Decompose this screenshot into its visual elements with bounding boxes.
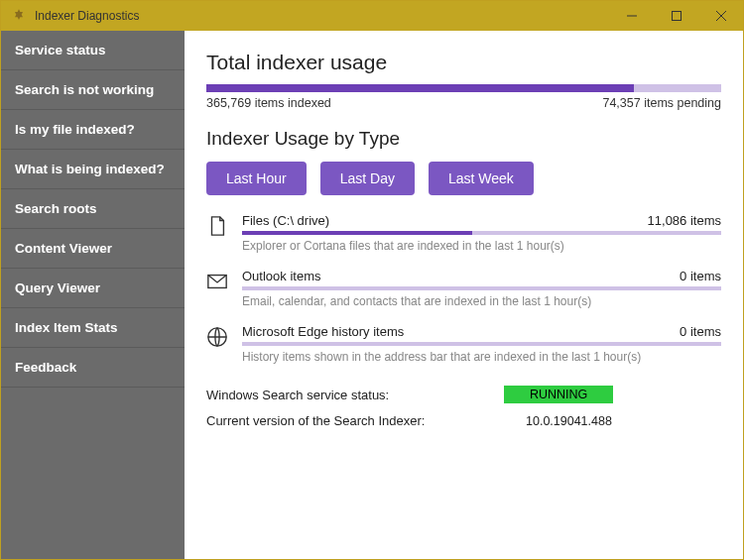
sidebar-item-search-roots[interactable]: Search roots bbox=[1, 189, 185, 229]
items-indexed-label: 365,769 items indexed bbox=[206, 96, 331, 110]
sidebar-item-label: Search roots bbox=[15, 201, 97, 216]
type-name: Microsoft Edge history items bbox=[242, 324, 404, 339]
service-status-label: Windows Search service status: bbox=[206, 388, 504, 402]
status-row-version: Current version of the Search Indexer: 1… bbox=[206, 413, 721, 428]
type-bar-outlook bbox=[242, 286, 721, 290]
main-content: Total indexer usage 365,769 items indexe… bbox=[185, 31, 743, 559]
total-usage-labels: 365,769 items indexed 74,357 items pendi… bbox=[206, 96, 721, 110]
sidebar-item-label: Service status bbox=[15, 43, 106, 57]
sidebar-item-search-not-working[interactable]: Search is not working bbox=[1, 70, 185, 110]
type-desc: Explorer or Cortana files that are index… bbox=[242, 239, 721, 253]
title-bar: Indexer Diagnostics bbox=[1, 1, 743, 31]
sidebar-item-label: Is my file indexed? bbox=[15, 122, 135, 137]
type-row-outlook: Outlook items 0 items Email, calendar, a… bbox=[206, 269, 721, 308]
time-range-buttons: Last Hour Last Day Last Week bbox=[206, 162, 721, 195]
sidebar-item-query-viewer[interactable]: Query Viewer bbox=[1, 269, 185, 308]
type-bar-fill bbox=[242, 231, 472, 235]
sidebar-item-label: Index Item Stats bbox=[15, 320, 118, 335]
type-name: Outlook items bbox=[242, 269, 320, 283]
window-title: Indexer Diagnostics bbox=[35, 9, 609, 23]
usage-by-type-title: Indexer Usage by Type bbox=[206, 128, 721, 150]
globe-icon bbox=[206, 326, 228, 348]
sidebar-item-service-status[interactable]: Service status bbox=[1, 31, 185, 70]
sidebar: Service status Search is not working Is … bbox=[1, 31, 185, 559]
sidebar-item-is-file-indexed[interactable]: Is my file indexed? bbox=[1, 110, 185, 150]
maximize-button[interactable] bbox=[654, 1, 698, 31]
sidebar-item-label: Search is not working bbox=[15, 82, 154, 97]
total-usage-title: Total indexer usage bbox=[206, 51, 721, 74]
type-row-edge: Microsoft Edge history items 0 items His… bbox=[206, 324, 721, 364]
sidebar-item-label: What is being indexed? bbox=[15, 162, 165, 176]
sidebar-item-feedback[interactable]: Feedback bbox=[1, 348, 185, 388]
file-icon bbox=[206, 215, 228, 237]
version-label: Current version of the Search Indexer: bbox=[206, 413, 504, 428]
version-value: 10.0.19041.488 bbox=[504, 414, 612, 428]
last-day-button[interactable]: Last Day bbox=[320, 162, 415, 195]
sidebar-item-label: Content Viewer bbox=[15, 241, 112, 256]
status-row-service: Windows Search service status: RUNNING bbox=[206, 386, 721, 403]
sidebar-item-label: Query Viewer bbox=[15, 280, 100, 295]
items-pending-label: 74,357 items pending bbox=[602, 96, 721, 110]
type-bar-edge bbox=[242, 342, 721, 346]
svg-rect-1 bbox=[672, 12, 681, 21]
total-usage-bar-fill bbox=[206, 84, 634, 92]
sidebar-item-content-viewer[interactable]: Content Viewer bbox=[1, 229, 185, 269]
type-count: 0 items bbox=[680, 269, 721, 283]
window-controls bbox=[609, 1, 743, 31]
type-desc: History items shown in the address bar t… bbox=[242, 350, 721, 364]
sidebar-item-index-stats[interactable]: Index Item Stats bbox=[1, 308, 185, 348]
last-week-button[interactable]: Last Week bbox=[429, 162, 534, 195]
status-block: Windows Search service status: RUNNING C… bbox=[206, 386, 721, 428]
type-name: Files (C:\ drive) bbox=[242, 213, 329, 228]
status-badge: RUNNING bbox=[504, 386, 613, 403]
type-count: 11,086 items bbox=[648, 213, 721, 228]
sidebar-item-what-indexed[interactable]: What is being indexed? bbox=[1, 150, 185, 189]
mail-icon bbox=[206, 271, 228, 292]
app-icon bbox=[9, 6, 29, 26]
type-row-files: Files (C:\ drive) 11,086 items Explorer … bbox=[206, 213, 721, 253]
minimize-button[interactable] bbox=[609, 1, 654, 31]
type-desc: Email, calendar, and contacts that are i… bbox=[242, 294, 721, 308]
sidebar-item-label: Feedback bbox=[15, 360, 76, 375]
last-hour-button[interactable]: Last Hour bbox=[206, 162, 307, 195]
type-bar-files bbox=[242, 231, 721, 235]
total-usage-bar bbox=[206, 84, 721, 92]
type-count: 0 items bbox=[680, 324, 721, 339]
close-button[interactable] bbox=[698, 1, 743, 31]
